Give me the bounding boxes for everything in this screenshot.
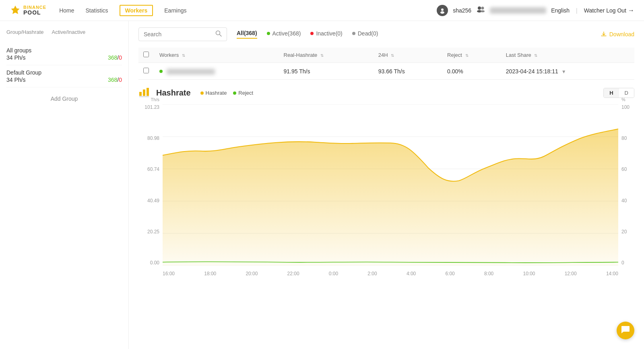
- table-header-workers[interactable]: Workers ⇅: [155, 48, 279, 63]
- hashrate-legend-label: Hashrate: [206, 90, 227, 96]
- group-all-inactive-count: 0: [119, 54, 122, 61]
- x-label-10: 12:00: [565, 271, 577, 276]
- account-blurred: [490, 7, 546, 14]
- sidebar-tabs: Group/Hashrate Active/Inactive: [6, 29, 122, 37]
- svg-point-2: [441, 8, 444, 11]
- download-button[interactable]: Download: [601, 31, 634, 37]
- x-label-4: 0:00: [329, 271, 338, 276]
- group-default-inactive-count: 0: [119, 77, 122, 83]
- sidebar-tab-active-inactive[interactable]: Active/Inactive: [52, 29, 86, 37]
- language-selector[interactable]: English: [551, 7, 570, 14]
- logout-label: Watcher Log Out: [584, 7, 626, 14]
- sidebar-group-all[interactable]: All groups 34 Ph/s 368/0: [6, 43, 122, 65]
- real-hashrate-sort-icon: ⇅: [320, 53, 324, 58]
- filter-dead-label: Dead(0): [358, 30, 378, 37]
- x-label-5: 2:00: [367, 271, 377, 276]
- time-tab-h[interactable]: H: [604, 88, 619, 98]
- main-nav: Home Statistics Workers Earnings: [59, 5, 437, 16]
- filter-tab-all[interactable]: All(368): [237, 30, 257, 39]
- sidebar-group-default[interactable]: Default Group 34 Ph/s 368/0: [6, 65, 122, 87]
- filter-tab-dead[interactable]: Dead(0): [352, 30, 378, 38]
- inactive-dot-icon: [310, 32, 314, 35]
- group-default-count: 368/0: [108, 77, 122, 83]
- logo[interactable]: BINANCE POOL: [10, 5, 46, 16]
- download-label: Download: [609, 31, 634, 37]
- account-icon: [437, 5, 448, 16]
- users-icon: [476, 6, 485, 15]
- table-header-real-hashrate[interactable]: Real-Hashrate ⇅: [279, 48, 374, 63]
- sidebar-tab-group-hashrate[interactable]: Group/Hashrate: [6, 29, 44, 37]
- account-svg-icon: [439, 7, 446, 14]
- x-label-6: 4:00: [407, 271, 416, 276]
- sidebar: Group/Hashrate Active/Inactive All group…: [0, 21, 129, 349]
- account-algo: sha256: [453, 7, 471, 14]
- worker-name-blurred: [167, 69, 215, 75]
- svg-rect-12: [147, 88, 149, 96]
- search-icon: [215, 30, 222, 38]
- filter-tabs: All(368) Active(368) Inactive(0) Dead(0): [237, 30, 591, 39]
- filter-tab-inactive[interactable]: Inactive(0): [310, 30, 342, 38]
- expand-row-icon[interactable]: ▼: [561, 69, 566, 75]
- y-right-label-2: 60: [621, 166, 627, 172]
- table-cell-24h: 93.66 Th/s: [374, 63, 442, 80]
- chart-y-left-unit: Th/s: [138, 97, 163, 102]
- chat-bubble-button[interactable]: [617, 322, 634, 339]
- x-label-11: 14:00: [606, 271, 618, 276]
- toolbar: All(368) Active(368) Inactive(0) Dead(0): [138, 27, 634, 41]
- y-right-label-1: 80: [621, 135, 627, 141]
- y-left-label-3: 40.49: [147, 198, 159, 204]
- nav-earnings[interactable]: Earnings: [164, 6, 186, 15]
- main-layout: Group/Hashrate Active/Inactive All group…: [0, 21, 644, 349]
- search-input[interactable]: [144, 31, 212, 37]
- group-all-stats: 34 Ph/s 368/0: [6, 54, 122, 61]
- x-label-1: 18:00: [204, 271, 216, 276]
- nav-statistics[interactable]: Statistics: [85, 6, 108, 15]
- x-label-3: 22:00: [287, 271, 299, 276]
- filter-tab-active[interactable]: Active(368): [267, 30, 301, 38]
- svg-point-4: [478, 6, 481, 10]
- chart-time-tabs: H D: [603, 88, 634, 98]
- svg-rect-10: [139, 92, 142, 96]
- y-left-label-5: 0.00: [150, 260, 159, 266]
- group-all-count: 368/0: [108, 54, 122, 61]
- table-cell-last-share: 2023-04-24 15:18:11 ▼: [501, 63, 634, 80]
- table-header-checkbox: [138, 48, 155, 63]
- chart-y-right-labels: 100 80 60 40 20 0: [618, 104, 634, 266]
- group-default-name: Default Group: [6, 69, 122, 76]
- y-left-label-0: 101.23: [144, 104, 159, 110]
- lang-divider: |: [576, 7, 578, 14]
- chat-icon: [621, 325, 630, 336]
- chart-title: Hashrate: [156, 88, 191, 98]
- y-left-label-1: 80.98: [147, 135, 159, 141]
- group-default-active-count: 368: [108, 77, 117, 83]
- workers-table: Workers ⇅ Real-Hashrate ⇅ 24H ⇅ Reject ⇅: [138, 48, 634, 80]
- table-header-reject[interactable]: Reject ⇅: [442, 48, 501, 63]
- users-svg-icon: [476, 6, 485, 12]
- table-cell-real-hashrate: 91.95 Th/s: [279, 63, 374, 80]
- table-row: 91.95 Th/s 93.66 Th/s 0.00% 2023-04-24 1…: [138, 63, 634, 80]
- chart-wrapper: Th/s % 101.23 80.98 60.74 40.49 20.25 0.…: [138, 104, 634, 282]
- table-cell-checkbox: [138, 63, 155, 80]
- row-checkbox[interactable]: [143, 68, 149, 73]
- nav-home[interactable]: Home: [59, 6, 74, 15]
- table-cell-worker: [155, 63, 279, 80]
- table-header-last-share[interactable]: Last Share ⇅: [501, 48, 634, 63]
- filter-inactive-label: Inactive(0): [316, 30, 342, 37]
- x-label-8: 8:00: [484, 271, 493, 276]
- logo-text: BINANCE POOL: [23, 5, 46, 16]
- logout-button[interactable]: Watcher Log Out →: [584, 7, 634, 14]
- add-group-button[interactable]: Add Group: [6, 96, 122, 102]
- svg-line-9: [220, 35, 222, 37]
- nav-workers[interactable]: Workers: [120, 5, 153, 16]
- y-right-label-4: 20: [621, 229, 627, 235]
- x-label-0: 16:00: [163, 271, 175, 276]
- table-header-24h[interactable]: 24H ⇅: [374, 48, 442, 63]
- time-tab-d[interactable]: D: [619, 88, 634, 98]
- chart-y-left-labels: 101.23 80.98 60.74 40.49 20.25 0.00: [138, 104, 163, 266]
- select-all-checkbox[interactable]: [143, 52, 149, 57]
- chart-y-right-unit: %: [618, 97, 634, 102]
- reject-legend-dot: [233, 91, 236, 95]
- chart-section: Hashrate Hashrate Reject H D: [138, 80, 634, 288]
- filter-active-label: Active(368): [272, 30, 301, 37]
- logo-pool-label: POOL: [23, 10, 46, 16]
